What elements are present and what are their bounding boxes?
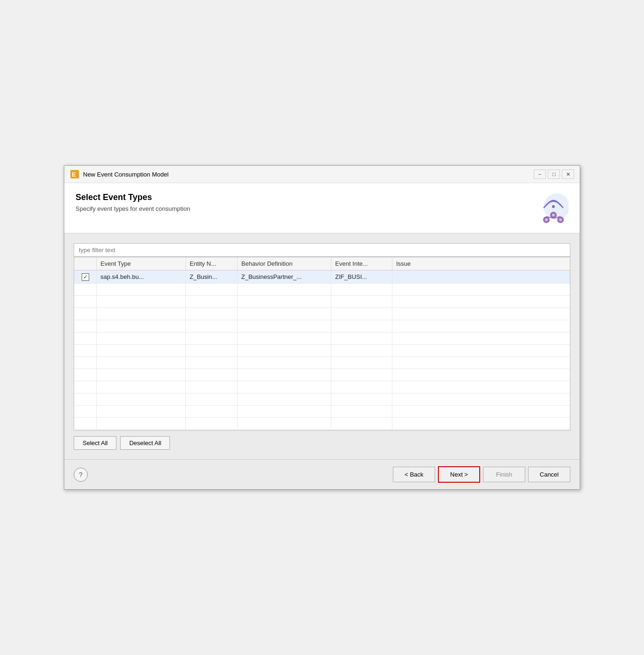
table-row <box>74 296 570 308</box>
col-header-checkbox <box>74 257 97 270</box>
svg-point-3 <box>552 205 555 208</box>
footer: ? < Back Next > Finish Cancel <box>64 459 580 489</box>
table-row <box>74 393 570 406</box>
svg-point-11 <box>552 214 555 216</box>
table-row <box>74 284 570 296</box>
row-checkbox-cell[interactable] <box>74 270 97 283</box>
back-button[interactable]: < Back <box>393 467 435 482</box>
col-header-event-type: Event Type <box>97 257 186 270</box>
header-section: Select Event Types Specify event types f… <box>64 183 580 234</box>
table-row <box>74 345 570 357</box>
footer-right: < Back Next > Finish Cancel <box>393 466 570 483</box>
table-row <box>74 308 570 320</box>
svg-text:E: E <box>72 171 76 178</box>
app-icon: E <box>70 170 79 179</box>
svg-point-10 <box>559 218 562 221</box>
row-behavior-definition: Z_BusinessPartner_... <box>238 270 331 283</box>
row-event-type: sap.s4.beh.bu... <box>97 270 186 283</box>
row-checkbox[interactable] <box>82 273 89 281</box>
next-button[interactable]: Next > <box>438 466 480 483</box>
event-types-table: Event Type Entity N... Behavior Definiti… <box>74 257 570 431</box>
header-text: Select Event Types Specify event types f… <box>76 193 531 212</box>
finish-button[interactable]: Finish <box>483 467 525 482</box>
help-button[interactable]: ? <box>74 468 88 482</box>
row-entity-name: Z_Busin... <box>186 270 238 283</box>
footer-left: ? <box>74 468 88 482</box>
table-body: sap.s4.beh.bu... Z_Busin... Z_BusinessPa… <box>74 270 570 430</box>
window-title: New Event Consumption Model <box>83 171 169 178</box>
title-bar-controls: − □ ✕ <box>534 170 574 179</box>
deselect-all-button[interactable]: Deselect All <box>120 436 170 450</box>
table-row <box>74 357 570 369</box>
table-row <box>74 418 570 430</box>
event-consumption-icon <box>531 193 568 225</box>
title-bar-left: E New Event Consumption Model <box>70 170 169 179</box>
cancel-button[interactable]: Cancel <box>528 467 570 482</box>
main-window: E New Event Consumption Model − □ ✕ Sele… <box>64 165 580 490</box>
selection-buttons: Select All Deselect All <box>74 436 570 450</box>
minimize-button[interactable]: − <box>534 170 546 179</box>
row-issue <box>392 270 570 283</box>
svg-point-9 <box>545 218 548 221</box>
content-area: Event Type Entity N... Behavior Definiti… <box>64 234 580 459</box>
col-header-behavior-def: Behavior Definition <box>238 257 331 270</box>
col-header-entity-name: Entity N... <box>186 257 238 270</box>
table-row[interactable]: sap.s4.beh.bu... Z_Busin... Z_BusinessPa… <box>74 270 570 284</box>
select-all-button[interactable]: Select All <box>74 436 116 450</box>
restore-button[interactable]: □ <box>548 170 560 179</box>
table-row <box>74 381 570 393</box>
title-bar: E New Event Consumption Model − □ ✕ <box>64 166 580 183</box>
filter-input[interactable] <box>74 243 570 257</box>
col-header-event-interface: Event Inte... <box>331 257 392 270</box>
table-row <box>74 332 570 345</box>
header-subtitle: Specify event types for event consumptio… <box>76 205 531 212</box>
table-row <box>74 369 570 381</box>
col-header-issue: Issue <box>392 257 570 270</box>
header-icon-area <box>531 193 568 225</box>
header-title: Select Event Types <box>76 193 531 202</box>
table-row <box>74 406 570 418</box>
close-button[interactable]: ✕ <box>562 170 574 179</box>
table-header: Event Type Entity N... Behavior Definiti… <box>74 257 570 270</box>
row-event-interface: ZIF_BUSI... <box>331 270 392 283</box>
table-row <box>74 320 570 332</box>
